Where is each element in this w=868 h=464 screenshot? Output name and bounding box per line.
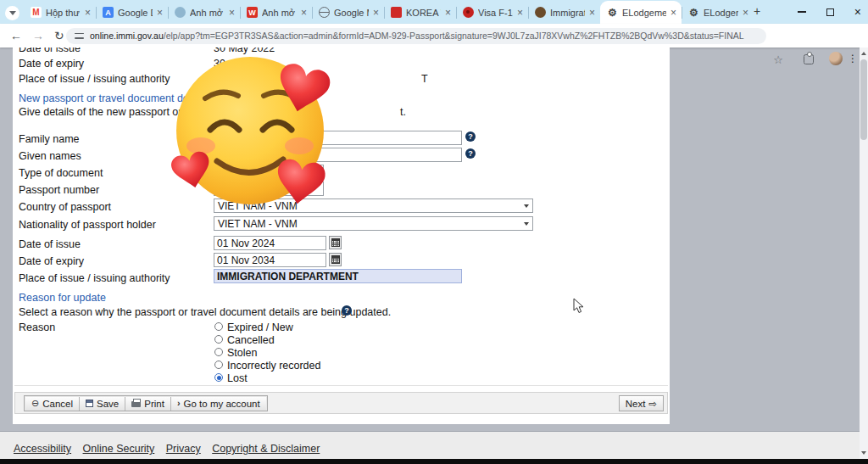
date-of-expiry-input[interactable]: [214, 253, 326, 267]
given-names-label: Given names: [19, 150, 81, 162]
tab-label: Anh mở r: [190, 8, 225, 18]
profile-avatar[interactable]: [829, 52, 843, 65]
close-tab-icon[interactable]: ×: [517, 8, 523, 18]
korea-icon: [391, 7, 402, 18]
print-button[interactable]: Print: [125, 397, 171, 411]
url-path: /elp/app?tm=EGP3TR3SAS&action=admin&form…: [164, 31, 744, 41]
radio-stolen[interactable]: [214, 348, 223, 356]
save-button[interactable]: Save: [80, 397, 125, 411]
close-tab-icon[interactable]: ×: [301, 8, 307, 18]
next-button[interactable]: Next⇨: [619, 395, 664, 411]
footer-link-online-security[interactable]: Online Security: [83, 443, 155, 455]
help-icon[interactable]: ?: [465, 131, 476, 142]
chevron-down-icon: [9, 11, 16, 15]
maximize-icon[interactable]: [826, 8, 834, 16]
tab-google-m[interactable]: Google M ×: [312, 1, 384, 24]
tab-immigration[interactable]: Immigrati ×: [528, 1, 600, 24]
close-tab-icon[interactable]: ×: [670, 8, 676, 18]
tab-visa-f11[interactable]: Visa F-1-1 ×: [456, 1, 528, 24]
tab-korea-visa[interactable]: KOREA VIS ×: [384, 1, 456, 24]
footer-link-accessibility[interactable]: Accessibility: [14, 443, 71, 455]
radio-stolen-label: Stolen: [227, 347, 257, 359]
calendar-icon: [331, 238, 340, 247]
site-settings-icon[interactable]: [75, 32, 84, 40]
arrow-right-icon: ⇨: [648, 398, 657, 410]
reason-label: Reason: [19, 321, 55, 333]
url-input[interactable]: online.immi.gov.au/elp/app?tm=EGP3TR3SAS…: [66, 28, 766, 44]
family-name-label: Family name: [19, 133, 80, 145]
save-icon: [86, 400, 93, 407]
reason-instruction: Select a reason why the passport or trav…: [19, 306, 391, 318]
page-scrollbar[interactable]: [860, 48, 868, 459]
print-icon: [131, 401, 141, 407]
old-place-of-issue-label: Place of issue / issuing authority: [19, 73, 170, 85]
mouse-cursor: [573, 298, 585, 315]
tab-elodgement-2[interactable]: ⚙ ELodgeme ×: [682, 1, 754, 24]
cancel-icon: ⊖: [31, 399, 39, 408]
close-tab-icon[interactable]: ×: [157, 8, 163, 18]
place-of-issue-label: Place of issue / issuing authority: [19, 272, 170, 284]
chevron-down-icon: [524, 222, 529, 226]
footer-link-privacy[interactable]: Privacy: [166, 443, 201, 455]
date-of-issue-calendar-button[interactable]: [329, 236, 342, 249]
help-icon[interactable]: ?: [342, 305, 352, 316]
page-footer: Accessibility Online Security Privacy Co…: [0, 431, 868, 459]
print-button-label: Print: [144, 399, 164, 409]
translate-icon: A: [103, 7, 114, 18]
gear-icon: ⚙: [607, 7, 618, 18]
close-tab-icon[interactable]: ×: [373, 8, 379, 18]
radio-expired-new-label: Expired / New: [227, 321, 293, 333]
reload-icon[interactable]: ↻: [54, 29, 64, 42]
minimize-icon[interactable]: [798, 11, 806, 13]
place-of-issue-input[interactable]: [214, 269, 462, 283]
date-of-issue-input[interactable]: [214, 236, 326, 250]
close-tab-icon[interactable]: ×: [229, 8, 235, 18]
tab-search-button[interactable]: [5, 6, 19, 20]
close-tab-icon[interactable]: ×: [589, 8, 595, 18]
gmail-icon: M: [31, 7, 42, 18]
close-window-icon[interactable]: ×: [854, 6, 861, 18]
extensions-icon[interactable]: [804, 54, 814, 64]
type-of-document-label: Type of document: [19, 167, 103, 179]
tab-label: ELodgeme: [622, 8, 666, 18]
tab-elodgement-active[interactable]: ⚙ ELodgeme ×: [600, 1, 682, 24]
tab-gmail[interactable]: M Hộp thư đ ×: [24, 1, 96, 24]
tab-google-translate[interactable]: A Google Dị ×: [96, 1, 168, 24]
passport-number-label: Passport number: [19, 184, 99, 196]
menu-dots-icon[interactable]: ⋮: [848, 53, 858, 64]
scroll-up-icon[interactable]: [861, 52, 866, 55]
address-bar: ← → ↻ online.immi.gov.au/elp/app?tm=EGP3…: [0, 24, 868, 48]
scrollbar-thumb[interactable]: [860, 59, 867, 140]
footer-link-copyright[interactable]: Copyright & Disclaimer: [212, 443, 320, 455]
reason-section-heading: Reason for update: [19, 292, 106, 304]
bookmark-star-icon[interactable]: ☆: [773, 53, 783, 66]
date-of-issue-label: Date of issue: [19, 238, 81, 250]
close-tab-icon[interactable]: ×: [445, 8, 451, 18]
tab-label: Immigrati: [550, 8, 585, 18]
cancel-button[interactable]: ⊖Cancel: [25, 397, 80, 411]
close-tab-icon[interactable]: ×: [743, 8, 748, 18]
new-tab-button[interactable]: +: [749, 4, 765, 20]
back-icon[interactable]: ←: [10, 29, 22, 42]
tab-label: ELodgeme: [704, 8, 738, 18]
help-icon[interactable]: ?: [465, 148, 476, 159]
go-to-my-account-button[interactable]: ›Go to my account: [171, 397, 266, 411]
radio-cancelled[interactable]: [214, 335, 223, 344]
date-of-expiry-calendar-button[interactable]: [329, 253, 342, 266]
radio-incorrectly-recorded[interactable]: [214, 361, 223, 369]
scroll-down-icon[interactable]: [861, 451, 866, 455]
visa-icon: [463, 7, 474, 18]
nationality-select[interactable]: VIET NAM - VNM: [214, 216, 533, 231]
chevron-right-icon: ›: [177, 399, 181, 408]
close-tab-icon[interactable]: ×: [85, 8, 91, 18]
old-date-of-issue-label: Date of issue: [19, 48, 81, 54]
cancel-button-label: Cancel: [42, 399, 73, 409]
radio-lost[interactable]: [214, 373, 223, 382]
date-of-expiry-label: Date of expiry: [19, 255, 84, 267]
tab-anh-mo-rong-1[interactable]: Anh mở r ×: [168, 1, 240, 24]
form-page: Date of issue 30 May 2022 Date of expiry…: [13, 48, 670, 424]
forward-icon[interactable]: →: [32, 29, 44, 42]
gear-icon: ⚙: [688, 7, 699, 18]
tab-anh-mo-rong-2[interactable]: W Anh mở r ×: [240, 1, 312, 24]
radio-expired-new[interactable]: [214, 322, 223, 331]
